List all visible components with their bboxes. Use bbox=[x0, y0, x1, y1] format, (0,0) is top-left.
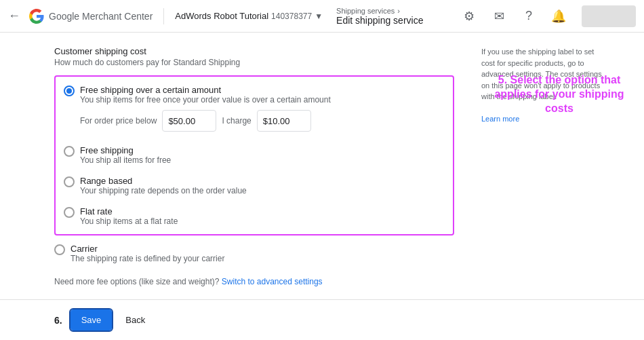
breadcrumb-chevron-icon: › bbox=[397, 7, 400, 15]
main-content: Customer shipping cost How much do custo… bbox=[0, 33, 644, 299]
mail-icon[interactable]: ✉ bbox=[487, 4, 511, 29]
option-free-over-amount[interactable]: Free shipping over a certain amount You … bbox=[64, 85, 445, 140]
option-range-based[interactable]: Range based Your shipping rate depends o… bbox=[64, 170, 445, 201]
option-free-shipping[interactable]: Free shipping You ship all items for fre… bbox=[64, 140, 445, 170]
learn-more-link[interactable]: Learn more bbox=[481, 115, 519, 123]
back-icon[interactable]: ← bbox=[8, 9, 20, 23]
radio-free-over-amount-label: Free shipping over a certain amount You … bbox=[80, 85, 331, 134]
option-flat-rate-desc: You ship items at a flat rate bbox=[80, 216, 178, 226]
help-icon[interactable]: ? bbox=[517, 4, 541, 29]
radio-carrier[interactable] bbox=[54, 244, 65, 255]
radio-free-over-amount[interactable] bbox=[64, 86, 75, 96]
option-flat-rate[interactable]: Flat rate You ship items at a flat rate bbox=[64, 201, 445, 226]
radio-flat-rate-label: Flat rate You ship items at a flat rate bbox=[80, 206, 178, 226]
shipping-options-box: Free shipping over a certain amount You … bbox=[54, 75, 454, 235]
save-button[interactable]: Save bbox=[71, 309, 113, 330]
section-subtitle: How much do customers pay for Standard S… bbox=[54, 58, 454, 67]
advanced-settings-row: Need more fee options (like size and wei… bbox=[54, 277, 454, 286]
annotation-text: 5. Select the option that applies for yo… bbox=[488, 73, 630, 115]
header: ← Google Merchant Center AdWords Robot T… bbox=[0, 0, 644, 33]
radio-free-shipping-label: Free shipping You ship all items for fre… bbox=[80, 145, 171, 165]
price-input-charge[interactable] bbox=[257, 110, 311, 132]
left-panel: Customer shipping cost How much do custo… bbox=[54, 46, 454, 286]
option-free-shipping-title: Free shipping bbox=[80, 145, 171, 155]
radio-free-shipping[interactable] bbox=[64, 146, 75, 157]
breadcrumb-parent-row: Shipping services › bbox=[336, 7, 423, 15]
avatar[interactable] bbox=[582, 5, 636, 27]
breadcrumb-current: Edit shipping service bbox=[336, 15, 423, 26]
option-range-based-title: Range based bbox=[80, 176, 247, 186]
radio-flat-rate[interactable] bbox=[64, 207, 75, 218]
radio-carrier-label: Carrier The shipping rate is defined by … bbox=[71, 244, 224, 263]
radio-range-based[interactable] bbox=[64, 176, 75, 187]
price-row: For order price below I charge bbox=[80, 110, 331, 132]
chevron-down-icon: ▼ bbox=[315, 12, 323, 21]
account-name: AdWords Robot Tutorial bbox=[175, 11, 268, 21]
header-account[interactable]: AdWords Robot Tutorial 140378377 ▼ bbox=[175, 11, 323, 21]
option-free-over-amount-title: Free shipping over a certain amount bbox=[80, 85, 331, 95]
step-label: 6. bbox=[54, 315, 62, 326]
outside-options: Carrier The shipping rate is defined by … bbox=[54, 244, 454, 269]
option-carrier[interactable]: Carrier The shipping rate is defined by … bbox=[54, 244, 454, 269]
option-carrier-title: Carrier bbox=[71, 244, 224, 254]
back-button[interactable]: Back bbox=[120, 309, 150, 330]
footer: 6. Save Back bbox=[0, 299, 644, 340]
header-divider bbox=[163, 8, 164, 24]
header-logo: Google Merchant Center bbox=[28, 8, 153, 24]
option-flat-rate-title: Flat rate bbox=[80, 206, 178, 216]
option-free-over-amount-desc: You ship items for free once your order … bbox=[80, 95, 331, 105]
price-label-before: For order price below bbox=[80, 116, 157, 126]
header-logo-text: Google Merchant Center bbox=[49, 11, 153, 22]
price-label-middle: I charge bbox=[222, 116, 251, 126]
advanced-settings-link[interactable]: Switch to advanced settings bbox=[222, 277, 323, 286]
breadcrumb: Shipping services › Edit shipping servic… bbox=[336, 7, 423, 26]
bell-icon[interactable]: 🔔 bbox=[546, 4, 571, 29]
radio-range-based-label: Range based Your shipping rate depends o… bbox=[80, 176, 247, 195]
price-input-threshold[interactable] bbox=[162, 110, 216, 132]
breadcrumb-parent: Shipping services bbox=[336, 7, 395, 15]
google-logo-icon bbox=[28, 8, 45, 24]
option-range-based-desc: Your shipping rate depends on the order … bbox=[80, 186, 247, 195]
account-id: 140378377 bbox=[271, 12, 312, 21]
option-carrier-desc: The shipping rate is defined by your car… bbox=[71, 254, 224, 263]
header-icons: ⚙ ✉ ? 🔔 bbox=[457, 4, 636, 29]
advanced-settings-text: Need more fee options (like size and wei… bbox=[54, 277, 219, 286]
section-title: Customer shipping cost bbox=[54, 46, 454, 56]
settings-icon[interactable]: ⚙ bbox=[457, 4, 481, 29]
option-free-shipping-desc: You ship all items for free bbox=[80, 155, 171, 165]
